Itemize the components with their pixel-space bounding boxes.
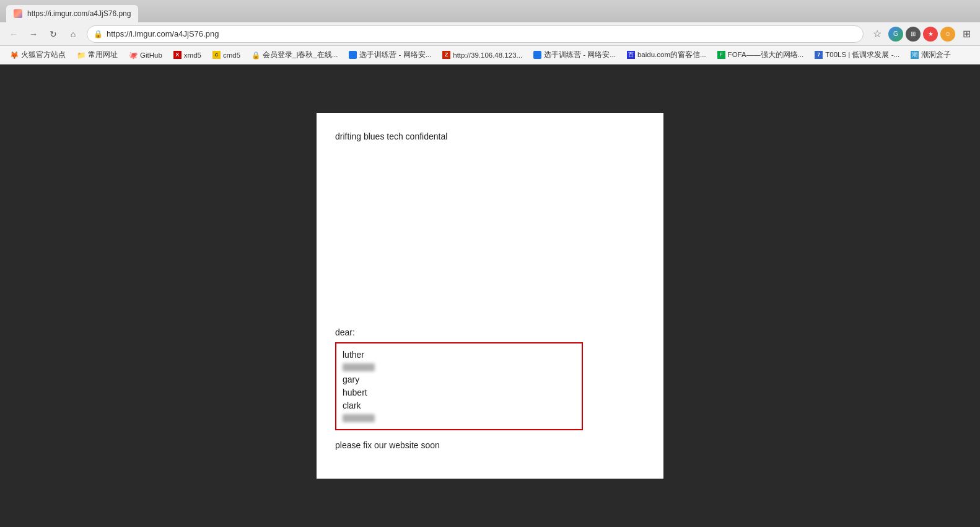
bookmark-fofa[interactable]: F FOFA——强大的网络...	[712, 48, 809, 61]
url-text: https://i.imgur.com/a4JjS76.png	[107, 29, 219, 38]
nav-right-icons: ☆ G ⊞ ★ ☺ ⊞	[868, 25, 975, 43]
bookmark-xmd5[interactable]: X xmd5	[168, 49, 206, 61]
bookmark-changyong[interactable]: 📁 常用网址	[72, 48, 123, 61]
address-bar[interactable]: 🔒 https://i.imgur.com/a4JjS76.png	[87, 25, 864, 43]
bookmark-label-chunqiu: 会员登录_|春秋_在线...	[263, 50, 338, 60]
bookmark-huohu[interactable]: 🦊 火狐官方站点	[5, 48, 71, 61]
bookmark-icon-github: 🐙	[129, 51, 138, 60]
bookmark-label-baidu: baidu.com的窗客信...	[637, 50, 706, 60]
bookmark-label-xmd5: xmd5	[184, 51, 201, 59]
doc-title: drifting blues tech confidental	[335, 131, 645, 141]
profile-avatar-4[interactable]: ☺	[940, 27, 955, 42]
security-icon: 🔒	[94, 30, 103, 38]
bookmark-label-fofa: FOFA——强大的网络...	[728, 50, 804, 60]
bookmark-label-tools: T00LS | 低调求发展 -...	[825, 50, 899, 60]
profile-avatar-3[interactable]: ★	[923, 27, 938, 42]
bookmark-icon-cmd5: c	[212, 51, 221, 59]
refresh-button[interactable]: ↻	[45, 25, 62, 43]
bookmark-label-github: GitHub	[140, 51, 162, 59]
bookmark-label-xuanshou1: 选手训练营 - 网络安...	[359, 50, 431, 60]
bookmark-baidu[interactable]: 百 baidu.com的窗客信...	[622, 48, 711, 61]
bookmark-label-huohu: 火狐官方站点	[21, 50, 66, 60]
bookmark-xuanshou2[interactable]: 选手训练营 - 网络安...	[528, 48, 621, 61]
nav-bar: ← → ↻ ⌂ 🔒 https://i.imgur.com/a4JjS76.pn…	[0, 22, 980, 46]
bookmark-label-ip: http://39.106.48.123...	[453, 51, 522, 59]
bookmark-star-button[interactable]: ☆	[868, 25, 886, 43]
bookmark-icon-xuanshou2	[533, 51, 541, 59]
bookmark-icon-xuanshou1	[349, 51, 357, 59]
tab-bar: https://i.imgur.com/a4JjS76.png	[0, 0, 980, 22]
bookmark-label-chaodong: 潮洞盒子	[921, 50, 951, 60]
bookmark-label-xuanshou2: 选手训练营 - 网络安...	[544, 50, 616, 60]
back-button[interactable]: ←	[5, 25, 22, 43]
bookmark-cmd5[interactable]: c cmd5	[208, 49, 245, 61]
bookmark-icon-huohu: 🦊	[10, 51, 19, 60]
tab-title: https://i.imgur.com/a4JjS76.png	[27, 9, 131, 18]
bookmark-icon-chaodong: 潮	[911, 51, 919, 59]
bookmark-xuanshou1[interactable]: 选手训练营 - 网络安...	[344, 48, 436, 61]
name-luther: luther	[343, 348, 575, 361]
document: drifting blues tech confidental dear: lu…	[317, 113, 663, 479]
bookmark-ip[interactable]: Z http://39.106.48.123...	[437, 49, 527, 61]
bookmarks-bar: 🦊 火狐官方站点 📁 常用网址 🐙 GitHub X xmd5 c cmd5 🔒…	[0, 46, 980, 64]
bookmark-icon-ip: Z	[442, 51, 450, 59]
names-box: luther gary hubert clark	[335, 342, 583, 430]
name-gary: gary	[343, 373, 575, 386]
bookmark-icon-baidu: 百	[627, 51, 635, 59]
extensions-button[interactable]: ⊞	[958, 25, 975, 43]
name-clark: clark	[343, 399, 575, 412]
bookmark-chaodong[interactable]: 潮 潮洞盒子	[906, 48, 956, 61]
profile-avatar-2[interactable]: ⊞	[906, 27, 921, 42]
bookmark-label-cmd5: cmd5	[223, 51, 240, 59]
browser-chrome: https://i.imgur.com/a4JjS76.png ← → ↻ ⌂ …	[0, 0, 980, 64]
tab-favicon	[14, 9, 22, 18]
bookmark-icon-chunqiu: 🔒	[252, 51, 260, 60]
profile-avatar-1[interactable]: G	[888, 27, 903, 42]
blurred-line-1	[343, 363, 375, 371]
doc-footer: please fix our website soon	[335, 440, 645, 450]
bookmark-github[interactable]: 🐙 GitHub	[124, 49, 167, 61]
forward-button[interactable]: →	[25, 25, 42, 43]
blurred-line-2	[343, 414, 375, 422]
bookmark-icon-xmd5: X	[173, 51, 182, 59]
active-tab[interactable]: https://i.imgur.com/a4JjS76.png	[6, 5, 138, 22]
name-hubert: hubert	[343, 386, 575, 399]
home-button[interactable]: ⌂	[64, 25, 82, 43]
bookmark-tools[interactable]: 7 T00LS | 低调求发展 -...	[810, 48, 904, 61]
doc-dear: dear:	[335, 327, 645, 337]
browser-content: drifting blues tech confidental dear: lu…	[0, 64, 980, 527]
bookmark-icon-tools: 7	[815, 51, 823, 59]
bookmark-label-changyong: 常用网址	[88, 50, 118, 60]
bookmark-chunqiu[interactable]: 🔒 会员登录_|春秋_在线...	[247, 48, 343, 61]
bookmark-icon-changyong: 📁	[77, 51, 85, 60]
bookmark-icon-fofa: F	[717, 51, 725, 59]
